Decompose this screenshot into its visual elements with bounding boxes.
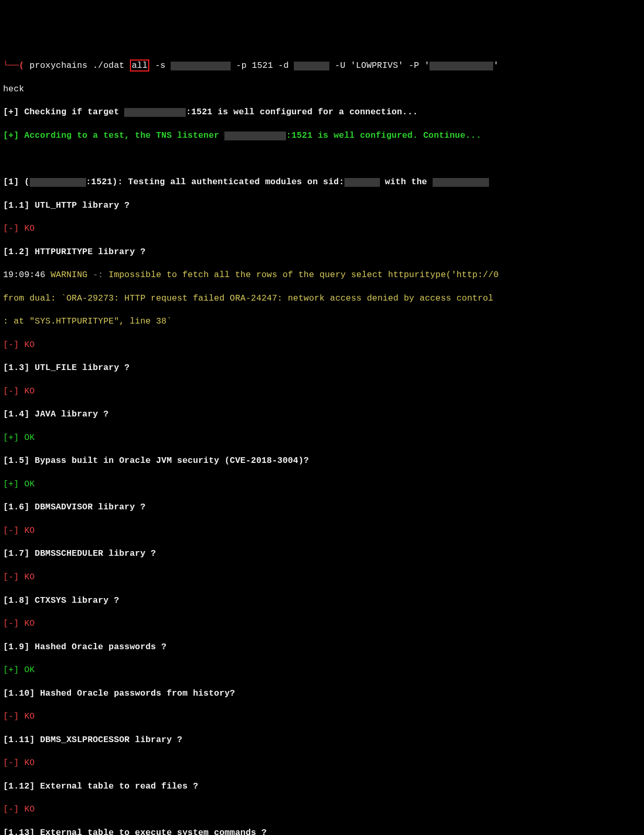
warn-dash: -: [88,270,109,280]
ko-text: KO [19,711,34,721]
ko-text: KO [19,340,34,350]
ko-tag: [-] [3,572,19,582]
redacted-pass [430,62,493,70]
hdr-a: [1] ( [3,177,30,187]
ok-text: OK [19,665,34,675]
terminal-output: └──( proxychains ./odat all -s -p 1521 -… [3,49,641,835]
ok-tag: [+] [3,433,19,443]
ko-tag: [-] [3,804,19,814]
ko-tag: [-] [3,711,19,721]
warn-ts: 19:09:46 [3,270,51,280]
ko-tag: [-] [3,526,19,535]
section-header: [1] (:1521): Testing all authenticated m… [3,176,641,188]
flag-s: -s [150,61,171,70]
warning-line-2: from dual: `ORA-29273: HTTP request fail… [3,293,641,304]
ko-tag: [-] [3,386,19,396]
check-text-a: Checking if target [19,107,124,117]
listener-text-b: :1521 is well configured. Continue... [286,130,481,140]
test-1-7: [1.7] DBMSSCHEDULER library ? [3,548,641,559]
test-1-13: [1.13] External table to execute system … [3,827,641,835]
result-ko: [-] KO [3,804,641,815]
ok-tag: [+] [3,479,19,489]
test-1-10: [1.10] Hashed Oracle passwords from hist… [3,688,641,699]
ok-text: OK [19,433,34,443]
redacted-db [294,62,329,70]
redacted-host [171,62,231,70]
result-ko: [-] KO [3,757,641,769]
warning-line-1: 19:09:46 WARNING -: Impossible to fetch … [3,269,641,281]
test-1-1: [1.1] UTL_HTTP library ? [3,200,641,211]
flags-pd: -p 1521 -d [231,61,294,70]
result-ko: [-] KO [3,223,641,234]
plus-tag-green: [+] [3,130,19,140]
highlighted-arg: all [130,59,149,71]
result-ko: [-] KO [3,711,641,722]
command-line: └──( proxychains ./odat all -s -p 1521 -… [3,60,641,71]
test-1-5: [1.5] Bypass built in Oracle JVM securit… [3,455,641,467]
test-1-12: [1.12] External table to read files ? [3,781,641,792]
ko-tag: [-] [3,340,19,350]
listener-text-a: According to a test, the TNS listener [19,130,224,140]
test-1-6: [1.6] DBMSADVISOR library ? [3,502,641,513]
ko-tag: [-] [3,618,19,628]
redacted-ip [124,108,186,117]
cmd-invoke: proxychains ./odat [24,61,129,70]
ko-tag: [-] [3,223,19,233]
redacted-ip [224,132,286,140]
warn-level: WARNING [51,270,88,280]
result-ko: [-] KO [3,618,641,629]
plus-tag: [+] [3,107,19,117]
cmd-tail: ' [493,61,498,70]
blank-line [3,153,641,164]
redacted-sid [344,178,380,187]
ok-text: OK [19,479,34,489]
ko-text: KO [19,804,34,814]
result-ko: [-] KO [3,386,641,397]
ko-text: KO [19,758,34,768]
test-1-8: [1.8] CTXSYS library ? [3,595,641,606]
test-1-4: [1.4] JAVA library ? [3,409,641,420]
ko-text: KO [19,618,34,628]
check-text-b: :1521 is well configured for a connectio… [186,107,418,117]
check-line-2: [+] According to a test, the TNS listene… [3,130,641,141]
test-1-9: [1.9] Hashed Oracle passwords ? [3,641,641,653]
warn-msg-1: Impossible to fetch all the rows of the … [109,270,499,280]
ko-text: KO [19,386,34,396]
ko-text: KO [19,526,34,535]
command-continuation: heck [3,84,641,95]
redacted-account [433,178,489,187]
ok-tag: [+] [3,665,19,675]
result-ok: [+] OK [3,664,641,676]
redacted-ip [30,178,86,187]
test-1-2: [1.2] HTTPURITYPE library ? [3,246,641,258]
ko-text: KO [19,572,34,582]
hdr-c: with the [380,177,433,187]
result-ko: [-] KO [3,571,641,583]
test-1-3: [1.3] UTL_FILE library ? [3,362,641,374]
test-1-11: [1.11] DBMS_XSLPROCESSOR library ? [3,734,641,746]
hdr-b: :1521): Testing all authenticated module… [86,177,344,187]
ko-tag: [-] [3,758,19,768]
prompt-prefix: └──( [3,61,24,70]
result-ok: [+] OK [3,432,641,444]
ko-text: KO [19,223,34,233]
result-ko: [-] KO [3,339,641,351]
warning-line-3: : at "SYS.HTTPURITYPE", line 38` [3,316,641,327]
result-ok: [+] OK [3,479,641,490]
flags-up: -U 'LOWPRIVS' -P ' [329,61,430,70]
result-ko: [-] KO [3,525,641,536]
check-line-1: [+] Checking if target :1521 is well con… [3,106,641,118]
